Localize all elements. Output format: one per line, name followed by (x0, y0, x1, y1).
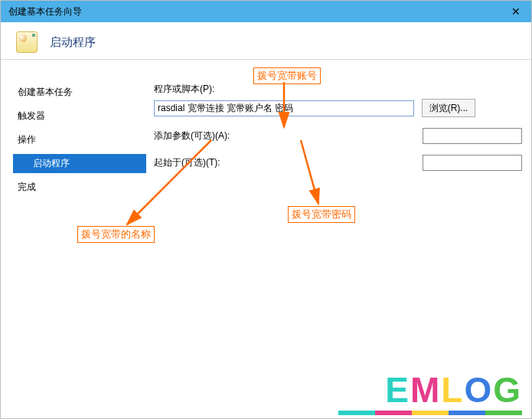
task-icon (16, 31, 38, 53)
args-label: 添加参数(可选)(A): (154, 129, 414, 142)
annotation-name: 拨号宽带的名称 (77, 226, 155, 243)
sidebar-item-start-program[interactable]: 启动程序 (13, 154, 146, 173)
wizard-header: 启动程序 (1, 22, 531, 59)
sidebar-item-trigger[interactable]: 触发器 (13, 106, 146, 126)
window-title: 创建基本任务向导 (8, 5, 82, 18)
annotation-account: 拨号宽带账号 (253, 67, 321, 84)
logo-char: G (493, 369, 522, 411)
watermark-underline (338, 411, 522, 415)
annotation-password: 拨号宽带密码 (288, 206, 355, 223)
startin-input[interactable] (423, 155, 522, 171)
watermark-logo: E M L O G (385, 369, 522, 411)
program-input[interactable] (154, 100, 414, 116)
logo-char: L (441, 369, 464, 411)
sidebar-item-finish[interactable]: 完成 (13, 178, 146, 197)
startin-label: 起始于(可选)(T): (154, 156, 414, 169)
logo-char: M (410, 369, 441, 411)
page-title: 启动程序 (50, 35, 96, 50)
form-panel: 程序或脚本(P): 浏览(R)... 添加参数(可选)(A): 起始于(可选)(… (146, 60, 531, 201)
program-label: 程序或脚本(P): (154, 83, 414, 96)
browse-button[interactable]: 浏览(R)... (422, 99, 475, 117)
wizard-sidebar: 创建基本任务 触发器 操作 启动程序 完成 (1, 60, 146, 201)
logo-char: E (385, 369, 410, 411)
sidebar-item-create-task[interactable]: 创建基本任务 (13, 83, 146, 102)
close-button[interactable]: ✕ (501, 1, 531, 22)
logo-char: O (464, 369, 493, 411)
sidebar-item-action[interactable]: 操作 (13, 130, 146, 149)
args-input[interactable] (423, 128, 522, 144)
close-icon: ✕ (511, 5, 521, 18)
window-titlebar: 创建基本任务向导 ✕ (1, 1, 531, 22)
